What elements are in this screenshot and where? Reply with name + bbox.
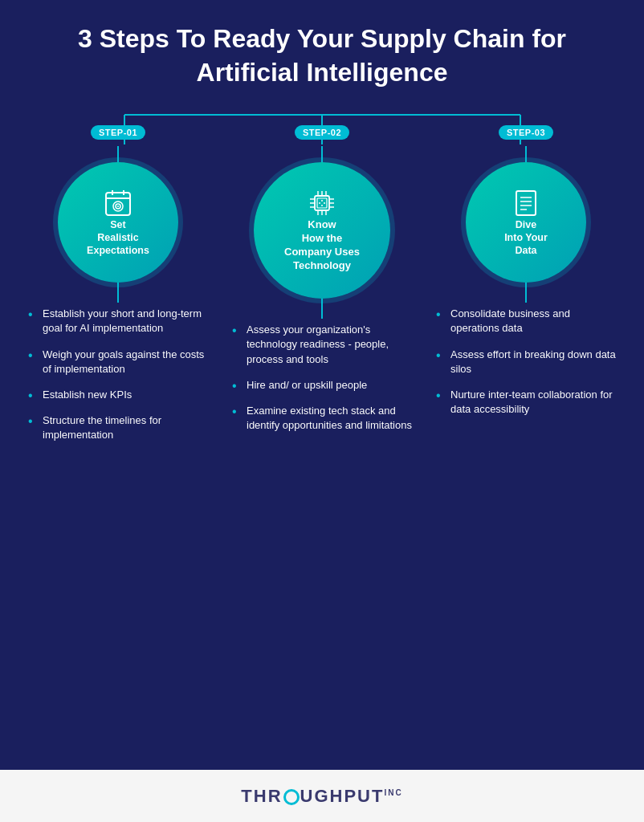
steps-container: STEP-01 SetRealisticExpectations E xyxy=(0,125,644,454)
footer: THRUGHPUTINC xyxy=(0,770,644,822)
logo-sup: INC xyxy=(384,787,402,796)
bullet-item: Assess your organization's technology re… xyxy=(232,323,412,367)
step-02-bullets: Assess your organization's technology re… xyxy=(226,323,418,444)
step-01-bullets: Establish your short and long-term goal … xyxy=(22,307,214,454)
svg-point-27 xyxy=(321,200,323,201)
v-line-step02-bottom xyxy=(321,299,323,319)
page-title: 3 Steps To Ready Your Supply Chain for A… xyxy=(48,22,596,89)
svg-rect-30 xyxy=(516,191,536,215)
step-03-label: STEP-03 xyxy=(499,125,553,140)
step-02-col: STEP-02 xyxy=(226,113,418,444)
step-03-title: DiveInto YourData xyxy=(504,218,548,258)
bullet-item: Establish new KPIs xyxy=(28,388,208,402)
bullet-item: Establish your short and long-term goal … xyxy=(28,307,208,336)
page: 3 Steps To Ready Your Supply Chain for A… xyxy=(0,0,644,822)
svg-point-26 xyxy=(319,202,320,204)
svg-point-11 xyxy=(117,206,119,207)
bullet-item: Weigh your goals against the costs of im… xyxy=(28,348,208,376)
bullet-item: Structure the timelines for implementati… xyxy=(28,413,208,442)
bullet-item: Assess effort in breaking down data silo… xyxy=(436,348,616,376)
step-03-circle: DiveInto YourData xyxy=(466,162,586,283)
chip-icon xyxy=(307,188,337,218)
svg-point-29 xyxy=(321,205,323,206)
v-line-step01-bottom xyxy=(117,283,119,303)
v-line-step02-top xyxy=(321,146,323,162)
v-line-step03-top xyxy=(525,146,527,162)
v-line-step03-bottom xyxy=(525,283,527,303)
bullet-item: Hire and/ or upskill people xyxy=(232,378,412,393)
svg-point-28 xyxy=(324,202,325,204)
document-icon xyxy=(511,188,541,218)
company-logo: THRUGHPUTINC xyxy=(241,786,402,807)
step-02-title: KnowHow theCompany UsesTechnology xyxy=(284,218,360,273)
step-01-circle: SetRealisticExpectations xyxy=(58,162,178,283)
step-02-label: STEP-02 xyxy=(295,125,349,140)
header: 3 Steps To Ready Your Supply Chain for A… xyxy=(0,0,644,97)
target-icon xyxy=(103,188,133,218)
bullet-item: Consolidate business and operations data xyxy=(436,307,616,336)
step-01-col: STEP-01 SetRealisticExpectations E xyxy=(22,125,214,454)
step-01-title: SetRealisticExpectations xyxy=(87,218,149,258)
bullet-item: Examine existing tech stack and identify… xyxy=(232,404,412,433)
step-01-label: STEP-01 xyxy=(91,125,145,140)
bullet-item: Nurture inter-team collaboration for dat… xyxy=(436,388,616,417)
v-line-step01-top xyxy=(117,146,119,162)
svg-rect-13 xyxy=(317,198,327,208)
logo-o-circle xyxy=(283,789,300,805)
step-03-col: STEP-03 DiveInto YourData Consolidate bu… xyxy=(430,125,622,428)
step-02-circle: KnowHow theCompany UsesTechnology xyxy=(254,162,390,299)
step-03-bullets: Consolidate business and operations data… xyxy=(430,307,622,428)
